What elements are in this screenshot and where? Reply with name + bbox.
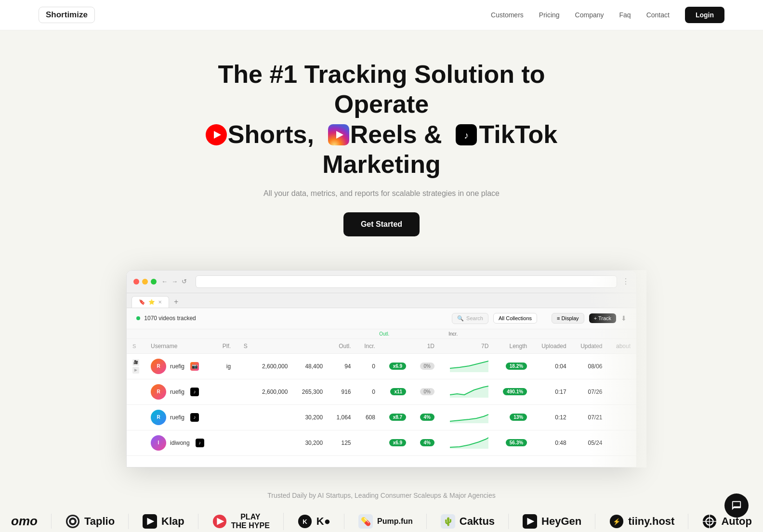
shorts-icon [206, 124, 227, 145]
chat-icon [731, 500, 742, 511]
browser-frame: ← → ↺ ⋮ 🔖 ⭐ ✕ + 1070 video [126, 270, 637, 467]
minimize-dot [142, 279, 148, 285]
taplio-icon [65, 514, 80, 529]
svg-text:💊: 💊 [360, 516, 371, 526]
hero-subtitle: All your data, metrics, and reports for … [10, 189, 753, 198]
caktus-icon: 🌵 [440, 514, 456, 529]
dashboard-mockup: ← → ↺ ⋮ 🔖 ⭐ ✕ + 1070 video [117, 270, 646, 467]
display-icon: ≡ [557, 315, 560, 321]
browser-menu-icon[interactable]: ⋮ [622, 277, 630, 286]
playthehype-icon [212, 514, 227, 529]
table-row: 🎥 ▶ R ruefig 📷 i [127, 353, 636, 379]
svg-text:♪: ♪ [464, 130, 469, 141]
close-dot [133, 279, 139, 285]
trust-text: Trusted Daily by AI Startups, Leading Co… [10, 492, 753, 499]
k-icon: K [297, 514, 313, 529]
browser-dots [133, 279, 157, 285]
heygen-icon [522, 514, 538, 529]
nav-links: Customers Pricing Company Faq Contact Lo… [491, 7, 724, 23]
dashboard-content: 1070 videos tracked 🔍 Search All Collect… [127, 308, 636, 467]
logo-autop: Autop [688, 514, 753, 529]
platform-tiktok-badge: ♪ [190, 388, 199, 396]
login-button[interactable]: Login [685, 7, 724, 23]
tiinyhost-icon: ⚡ [609, 514, 624, 529]
nav-company[interactable]: Company [575, 11, 604, 19]
svg-text:🌵: 🌵 [443, 516, 453, 526]
klap-icon [142, 514, 158, 529]
browser-bar: ← → ↺ ⋮ [127, 271, 636, 293]
nav-customers[interactable]: Customers [491, 11, 524, 19]
logo-klap: Klap [129, 514, 198, 529]
omo-logo-text: omo [11, 514, 38, 529]
dashboard-right-controls: 🔍 Search All Collections ≡ Display + Tra… [452, 313, 627, 324]
search-icon: 🔍 [457, 315, 464, 322]
svg-marker-9 [450, 438, 488, 449]
logos-row: omo Taplio Klap PLAYTHE HYPE K K● [10, 513, 753, 530]
logo-playthehype: PLAYTHE HYPE [198, 513, 284, 530]
avatar: I [151, 435, 166, 451]
avatar: R [151, 359, 166, 374]
maximize-dot [151, 279, 157, 285]
chat-bubble[interactable] [724, 493, 749, 518]
multiplier-badge: x11 [390, 388, 406, 395]
reels-icon [328, 124, 349, 145]
new-tab-button[interactable]: + [171, 297, 181, 307]
svg-point-12 [71, 519, 75, 523]
sparkline-chart [450, 359, 488, 372]
logo[interactable]: Shortimize [39, 7, 95, 23]
table-row: R ruefig ♪ 2,600,000 265,300 916 0 [127, 379, 636, 404]
hero-headline: The #1 Tracking Solution to Operate Shor… [174, 59, 589, 180]
collection-dropdown[interactable]: All Collections [493, 313, 537, 324]
sparkline-chart [450, 410, 488, 423]
track-button[interactable]: + Track [589, 313, 616, 323]
logo-pumpfun: 💊 Pump.fun [344, 514, 427, 529]
pumpfun-icon: 💊 [358, 514, 373, 529]
download-icon[interactable]: ⬇ [621, 314, 627, 322]
table-row: R ruefig ♪ 30,200 1,064 608 [127, 404, 636, 430]
browser-tab-active[interactable]: 🔖 ⭐ ✕ [132, 296, 169, 308]
hero-section: The #1 Tracking Solution to Operate Shor… [0, 30, 763, 270]
platform-tiktok-badge: ♪ [190, 413, 199, 422]
logo-tiinyhost: ⚡ tiiny.host [595, 514, 688, 529]
status-dot [136, 316, 140, 320]
trust-section: Trusted Daily by AI Startups, Leading Co… [0, 467, 763, 532]
table-row: I idiwong ♪ 30,200 125 [127, 430, 636, 455]
data-table: Outl. Incr. S Username Plf. S Outl. [127, 329, 636, 456]
nav-contact[interactable]: Contact [646, 11, 670, 19]
logo-omo: omo [10, 514, 52, 529]
browser-url-bar[interactable] [196, 275, 617, 288]
get-started-button[interactable]: Get Started [343, 212, 420, 236]
dashboard-left-controls: 1070 videos tracked [136, 315, 196, 322]
navbar: Shortimize Customers Pricing Company Faq… [0, 0, 763, 30]
logo-k: K K● [284, 514, 344, 529]
display-button[interactable]: ≡ Display [552, 313, 584, 324]
svg-marker-6 [450, 361, 488, 372]
logo-caktus: 🌵 Caktus [427, 514, 509, 529]
svg-text:⚡: ⚡ [613, 517, 621, 525]
platform-ig-badge: 📷 [190, 362, 199, 371]
browser-tabs: 🔖 ⭐ ✕ + [127, 293, 636, 308]
dashboard-header: 1070 videos tracked 🔍 Search All Collect… [127, 308, 636, 329]
avatar: R [151, 384, 166, 400]
svg-text:K: K [303, 518, 307, 525]
autop-icon [702, 514, 717, 529]
multiplier-badge: x8.7 [389, 414, 406, 421]
nav-pricing[interactable]: Pricing [539, 11, 560, 19]
search-box[interactable]: 🔍 Search [452, 313, 488, 324]
logo-heygen: HeyGen [509, 514, 595, 529]
logo-taplio: Taplio [52, 514, 129, 529]
tiktok-icon: ♪ [456, 124, 477, 145]
multiplier-badge: x6.9 [389, 363, 406, 370]
sparkline-chart [450, 435, 488, 449]
multiplier-badge: x6.9 [389, 439, 406, 446]
avatar: R [151, 410, 166, 425]
nav-faq[interactable]: Faq [619, 11, 631, 19]
tracked-badge: 1070 videos tracked [136, 315, 196, 322]
sparkline-chart [450, 384, 488, 398]
platform-tiktok-badge: ♪ [196, 439, 204, 447]
